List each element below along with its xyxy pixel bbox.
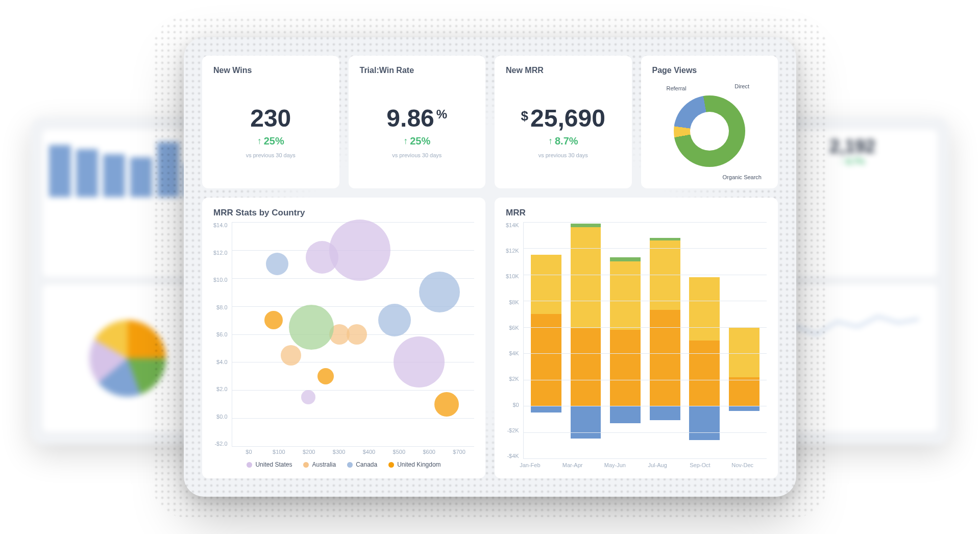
bar-segment (571, 227, 601, 328)
main-dashboard: New Wins 230 ↑ 25% vs previous 30 days T… (184, 37, 796, 497)
kpi-value: 230 (250, 104, 291, 132)
donut-label-organic: Organic Search (723, 174, 762, 180)
bar-segment (689, 277, 720, 340)
bar-group (729, 222, 760, 458)
bar-segment-negative (729, 406, 760, 411)
bar-segment (689, 341, 720, 406)
bar-group (610, 222, 641, 458)
legend-item[interactable]: Canada (347, 461, 377, 468)
bar-segment (610, 257, 641, 261)
kpi-title: New Wins (213, 66, 328, 75)
kpi-row: New Wins 230 ↑ 25% vs previous 30 days T… (202, 56, 778, 188)
arrow-up-icon: ↑ (403, 136, 408, 147)
bubble-point (301, 390, 315, 404)
kpi-subtext: vs previous 30 days (246, 152, 296, 158)
kpi-page-views[interactable]: Page Views Referral Direct Organic Searc… (641, 56, 778, 188)
kpi-title: New MRR (506, 66, 621, 75)
y-axis: $14K$12K$10K$8K$6K$4K$2K$0-$2K-$4K (506, 222, 523, 459)
kpi-title: Page Views (652, 66, 767, 75)
bar-segment (610, 330, 641, 406)
bar-segment (650, 240, 680, 310)
bar-segment (531, 314, 561, 406)
bar-segment (650, 310, 680, 406)
bar-segment-negative (531, 406, 561, 412)
bubble-point (264, 311, 283, 329)
bubble-point (378, 304, 411, 336)
bar-group (571, 222, 601, 458)
bar-segment (610, 261, 641, 330)
kpi-new-wins[interactable]: New Wins 230 ↑ 25% vs previous 30 days (202, 56, 339, 188)
bar-segment-negative (689, 406, 720, 440)
y-axis: $14.0$12.0$10.0$8.0$6.0$4.0$2.0$0.0-$2.0 (213, 222, 232, 447)
kpi-value: $25,690 (521, 104, 605, 132)
kpi-trial-win-rate[interactable]: Trial:Win Rate 9.86% ↑ 25% vs previous 3… (349, 56, 486, 188)
chart-mrr-by-country[interactable]: MRR Stats by Country $14.0$12.0$10.0$8.0… (202, 198, 485, 478)
bubble-point (266, 253, 288, 275)
bar-segment (571, 224, 601, 228)
kpi-delta: ↑ 8.7% (548, 135, 578, 147)
kpi-subtext: vs previous 30 days (392, 152, 442, 158)
bubble-point (329, 220, 390, 281)
bubble-point (289, 305, 334, 350)
bubble-point (347, 324, 367, 345)
bar-segment-negative (610, 406, 641, 423)
kpi-subtext: vs previous 30 days (538, 152, 588, 158)
bar-segment (571, 328, 601, 406)
bubble-point (394, 336, 445, 387)
legend-item[interactable]: Australia (303, 461, 336, 468)
kpi-delta: ↑ 25% (257, 135, 284, 147)
bar-plot (523, 222, 767, 459)
bubble-plot (232, 222, 474, 447)
legend-item[interactable]: United Kingdom (388, 461, 440, 468)
donut-chart: Referral Direct Organic Search (652, 84, 767, 178)
bar-group (531, 222, 561, 458)
charts-row: MRR Stats by Country $14.0$12.0$10.0$8.0… (202, 198, 778, 478)
bar-group (650, 222, 680, 458)
chart-title: MRR (506, 208, 767, 218)
bubble-point (306, 241, 338, 274)
chart-mrr[interactable]: MRR $14K$12K$10K$8K$6K$4K$2K$0-$2K-$4K J… (495, 198, 778, 478)
bar-segment-negative (650, 406, 680, 420)
arrow-up-icon: ↑ (257, 136, 262, 147)
x-axis: $0$100$200$300$400$500$600$700 (213, 449, 474, 455)
bar-segment (531, 255, 561, 314)
legend-item[interactable]: United States (247, 461, 292, 468)
bar-segment (729, 327, 760, 377)
bar-segment (729, 377, 760, 406)
x-axis: Jan-FebMar-AprMay-JunJul-AugSep-OctNov-D… (506, 459, 767, 468)
kpi-delta: ↑ 25% (403, 135, 430, 147)
bubble-point (281, 345, 301, 366)
bar-group (689, 222, 720, 458)
bubble-point (419, 272, 460, 312)
bubble-point (434, 392, 459, 417)
donut-label-referral: Referral (667, 85, 687, 91)
bar-segment-negative (571, 406, 601, 439)
bubble-point (317, 368, 334, 384)
donut-label-direct: Direct (734, 83, 749, 89)
kpi-value: 9.86% (386, 104, 447, 132)
legend: United StatesAustraliaCanadaUnited Kingd… (213, 461, 474, 468)
chart-title: MRR Stats by Country (213, 208, 474, 218)
kpi-title: Trial:Win Rate (360, 66, 475, 75)
arrow-up-icon: ↑ (548, 136, 553, 147)
kpi-new-mrr[interactable]: New MRR $25,690 ↑ 8.7% vs previous 30 da… (495, 56, 632, 188)
